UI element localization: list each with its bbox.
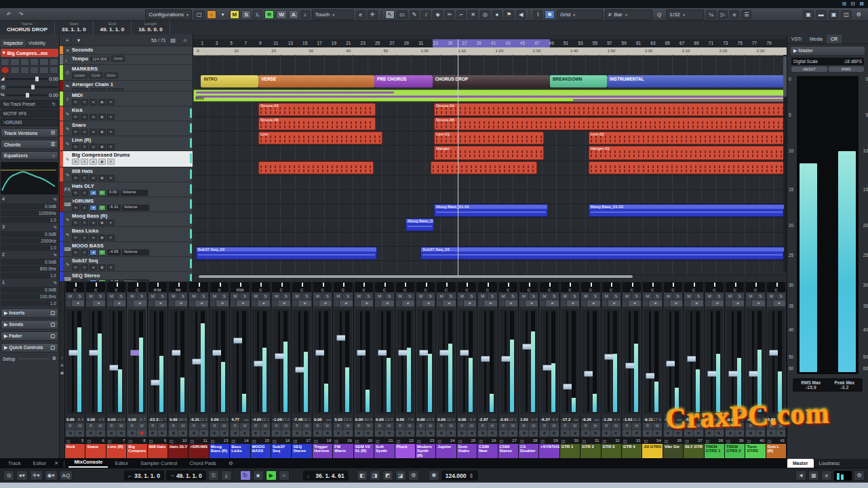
pan-control[interactable]: C <box>355 282 373 292</box>
volume-slider[interactable] <box>5 78 47 80</box>
track-row-big-compressed-drums[interactable]: ∿Big Compressed Drumsms●◉e <box>60 151 193 167</box>
monitor-button[interactable] <box>499 430 508 436</box>
channel-strip-7[interactable]: CMSe0.00-16.0RW◫7Linn (R) <box>106 281 127 458</box>
record-button[interactable] <box>261 430 270 436</box>
monitor-button[interactable] <box>231 430 239 436</box>
automation-m-button[interactable]: M <box>230 10 240 19</box>
output-active-icon[interactable]: ◄ <box>90 205 97 211</box>
cycle-button[interactable]: ↻ <box>240 470 251 481</box>
mute-button[interactable]: M <box>458 293 467 300</box>
line-tool[interactable]: / <box>421 10 431 19</box>
read-button[interactable]: R <box>86 423 95 429</box>
track-control-button[interactable] <box>30 58 39 66</box>
read-button[interactable]: R <box>313 423 322 429</box>
mute-tool[interactable]: ✕ <box>468 10 478 19</box>
pan-control[interactable]: C <box>272 282 290 292</box>
track-row-linn-r-[interactable]: ∿Linn (R)ms●◉e <box>60 136 193 151</box>
write-button[interactable]: W <box>570 423 579 429</box>
read-button[interactable]: R <box>169 423 178 429</box>
mute-button[interactable]: M <box>313 293 322 300</box>
volume-readout[interactable]: -22.3 <box>149 418 159 422</box>
output-active-icon[interactable]: ◄ <box>90 190 97 196</box>
mute-button[interactable]: M <box>231 293 239 300</box>
record-button[interactable] <box>302 430 311 436</box>
track-control-button[interactable] <box>30 66 39 74</box>
pan-control[interactable]: C <box>189 282 208 292</box>
channel-strip-31[interactable]: CMSe-9.36-ooRW◫31GTR 2 <box>580 281 601 458</box>
channel-strip-27[interactable]: CMSe-2.9118.1RW◫27CS80 Stereo <box>498 281 519 458</box>
solo-button[interactable]: S <box>591 293 599 300</box>
peak-readout[interactable]: -oo <box>243 418 249 422</box>
pan-control[interactable]: C <box>127 282 146 292</box>
monitor-button[interactable] <box>252 430 260 436</box>
quantize-option-icon-1[interactable]: ▷ <box>718 10 728 19</box>
snap-type-dropdown[interactable]: Grid▾ <box>557 9 603 20</box>
record-button[interactable]: ● <box>90 235 97 241</box>
monitor-button[interactable] <box>602 430 611 436</box>
mute-button[interactable]: m <box>72 129 79 135</box>
channel-strip-32[interactable]: CMSe-1.38-9.8RW◫32GTR 3 <box>601 281 622 458</box>
volume-readout[interactable]: 0.00 <box>108 418 116 422</box>
volume-readout[interactable]: -2.87 <box>479 418 488 422</box>
track-row-808-hats[interactable]: ∿808 Hatsms●◉e <box>60 167 193 182</box>
monitor-button[interactable] <box>355 430 363 436</box>
audio-event-hanger-01[interactable]: Hanger-01 <box>589 146 785 160</box>
peak-readout[interactable]: -10.9 <box>425 418 435 422</box>
record-button[interactable] <box>220 430 229 436</box>
volume-readout[interactable]: 0.00 <box>66 418 75 422</box>
insert-state-icon[interactable] <box>478 300 484 306</box>
edit-channel-button[interactable]: e <box>505 300 517 306</box>
marker-part-pre-chorus[interactable]: PRE CHORUS <box>374 75 433 87</box>
left-locator[interactable]: ⌐33. 1. 1. 0 <box>124 470 164 481</box>
track-volume-value[interactable]: 0.00 <box>107 190 119 196</box>
peak-readout[interactable]: 10.2 <box>199 418 208 422</box>
solo-button[interactable]: s <box>81 249 88 256</box>
write-button[interactable]: W <box>302 423 311 429</box>
read-button[interactable]: R <box>149 423 157 429</box>
performance-icon[interactable]: e <box>821 470 832 481</box>
monitor-button[interactable]: ◉ <box>98 129 106 135</box>
play-tool[interactable]: ◀ <box>516 10 526 19</box>
mute-button[interactable]: m <box>72 99 79 105</box>
pan-control[interactable]: C <box>437 282 455 292</box>
audio-quantize-button[interactable]: AQ <box>60 470 73 481</box>
mute-button[interactable]: M <box>746 293 755 300</box>
edit-button[interactable]: e <box>107 129 115 135</box>
edit-channel-button[interactable]: e <box>690 300 703 306</box>
peak-readout[interactable]: 17.0 <box>282 418 290 422</box>
channel-strip-10[interactable]: R6MSe0.00-30.5RW◫10Hats DLY <box>168 281 189 458</box>
edit-channel-button[interactable]: e <box>649 300 661 306</box>
read-button[interactable]: R <box>540 423 549 429</box>
insert-state-icon[interactable] <box>127 300 133 306</box>
solo-button[interactable]: S <box>735 293 744 300</box>
monitor-button[interactable] <box>396 430 405 436</box>
monitor-button[interactable] <box>561 430 570 436</box>
volume-readout[interactable]: 1.63 <box>520 418 528 422</box>
channel-name[interactable]: Modern Synth (R) <box>416 444 435 458</box>
pan-control[interactable]: C <box>252 282 270 292</box>
record-button[interactable] <box>591 430 599 436</box>
edit-button[interactable]: e <box>107 175 115 181</box>
insert-state-icon[interactable] <box>292 300 298 306</box>
pan-control[interactable]: C <box>767 282 785 292</box>
channel-strip-21[interactable]: CMSe0.00-13.0RW◫21Soft Synth <box>374 281 395 458</box>
read-button[interactable]: R <box>210 423 219 429</box>
edit-channel-button[interactable]: e <box>361 300 373 306</box>
pan-control[interactable]: C <box>334 282 352 292</box>
punch-mode-button[interactable]: ✛▾ <box>30 470 43 481</box>
mute-button[interactable]: M <box>602 293 611 300</box>
channel-strip-19[interactable]: CMSe5.03-23.6RW◫19FM Warm <box>333 281 353 458</box>
write-button[interactable]: W <box>550 423 559 429</box>
channel-strip-29[interactable]: CMSe-6.37-6.9RW◫29>SYNTHS <box>539 281 559 458</box>
mute-button[interactable]: M <box>169 293 178 300</box>
channel-strip-25[interactable]: CMSe0.00-9.9RW◫25Dom Stabs <box>457 281 477 458</box>
insert-state-icon[interactable] <box>416 300 422 306</box>
peak-readout[interactable]: 10.2 <box>633 418 641 422</box>
mute-button[interactable]: m <box>72 264 79 270</box>
monitor-button[interactable] <box>107 430 116 436</box>
track-control-button[interactable] <box>50 58 58 66</box>
monitor-button[interactable] <box>540 430 549 436</box>
insert-state-icon[interactable] <box>272 300 277 306</box>
solo-button[interactable]: s <box>81 129 88 135</box>
channel-strip-13[interactable]: CMSe0.00-13.3RW◫13Moog Bass (R) <box>210 281 230 458</box>
